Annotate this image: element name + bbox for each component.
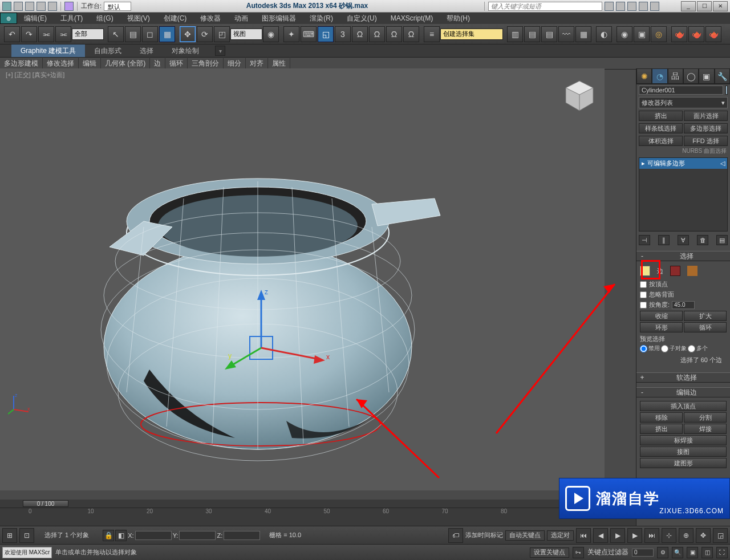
menu-create[interactable]: 创建(C) [157,14,194,23]
menu-grapheditors[interactable]: 图形编辑器 [255,14,303,23]
help-icon[interactable] [650,2,659,11]
ref-coord-select[interactable] [230,29,262,40]
play-prev-button[interactable]: ◀ [593,528,608,543]
time-tag-button[interactable]: 🏷 [448,528,463,543]
remove-mod-button[interactable]: 🗑 [697,235,708,245]
angle-snap-button[interactable]: 3 [335,26,351,42]
maximize-button[interactable]: ☐ [697,1,712,11]
menu-customize[interactable]: 自定义(U) [340,14,384,23]
undo-button[interactable]: ↶ [4,26,20,42]
key-button[interactable]: 🗝 [573,547,584,558]
qat-redo-icon[interactable] [48,2,57,11]
spinner-snap-button[interactable]: Ω [369,26,385,42]
viewport[interactable]: [+] [正交] [真实+边面] [0,68,605,490]
utilities-tab[interactable]: 🔧 [715,68,730,84]
help-search-input[interactable] [488,2,602,11]
setkey-button[interactable]: 设置关键点 [530,547,569,558]
named-sel-input[interactable] [440,29,503,40]
play-next-button[interactable]: ▶ [627,528,642,543]
weld-button[interactable]: 焊接 [684,424,727,434]
minimize-button[interactable]: _ [681,1,696,11]
display-tab[interactable]: ▣ [699,68,714,84]
layer-button[interactable]: ▤ [541,26,557,42]
remove-button[interactable]: 移除 [640,412,683,423]
nav-field-button[interactable]: ◫ [701,547,713,558]
by-vertex-checkbox[interactable] [640,281,647,288]
unique-button[interactable]: ∀ [678,235,689,245]
named-sel-button[interactable]: ≡ [424,26,440,42]
viewport-canvas[interactable]: z x y z x [1,79,603,489]
menu-edit[interactable]: 编辑(E) [17,14,54,23]
menu-animation[interactable]: 动画 [228,14,255,23]
ribbon-minimize-button[interactable]: ▾ [215,46,225,56]
stack-item-editable-poly[interactable]: ▸ 可编辑多边形 ◁ [639,158,727,169]
keyboard-shortcut-button[interactable]: ⌨ [301,26,317,42]
time-slider-thumb[interactable]: 0 / 100 [23,500,68,507]
preset-ffdsel[interactable]: FFD 选择 [684,136,728,146]
x-input[interactable] [135,531,172,540]
angle-value-input[interactable] [672,301,695,309]
teapot2-icon[interactable]: 🫖 [688,26,704,42]
favorites-icon[interactable] [639,2,648,11]
ribbon-panel-edges[interactable]: 边 [150,57,165,70]
snap-options-button[interactable]: Ω [386,26,402,42]
expand-icon[interactable]: ▸ [642,160,645,167]
infocenter-icon[interactable] [605,2,614,11]
qat-new-icon[interactable] [2,2,11,11]
select-region-button[interactable]: ◻ [142,26,158,42]
play-end-button[interactable]: ⏭ [644,528,659,543]
app-menu-button[interactable]: ⊚ [0,13,17,24]
scale-button[interactable]: ◰ [214,26,230,42]
modify-tab[interactable]: ◔ [652,68,667,84]
selfilter-button[interactable]: 选定对 [547,530,574,541]
material-editor-button[interactable]: ◐ [596,26,612,42]
current-frame-input[interactable] [632,549,654,557]
viewcube[interactable] [562,79,597,113]
menu-tools[interactable]: 工具(T) [54,14,90,23]
loop-button[interactable]: 循环 [684,322,727,332]
preview-disable-radio[interactable] [640,345,647,352]
ribbon-panel-tri[interactable]: 三角剖分 [188,57,224,70]
ribbon-tab-selection[interactable]: 选择 [131,44,163,57]
menu-rendering[interactable]: 渲染(R) [303,14,340,23]
link-button[interactable]: ⫘ [38,26,54,42]
play-start-button[interactable]: ⏮ [576,528,591,543]
ribbon-tab-freeform[interactable]: 自由形式 [85,44,131,57]
nav-zoomall-button[interactable]: ▣ [687,547,698,558]
status-icon-2[interactable]: ⊡ [19,528,34,543]
preset-polysel[interactable]: 多边形选择 [684,123,728,133]
motion-tab[interactable]: ◯ [683,68,699,84]
ribbon-panel-polymodel[interactable]: 多边形建模 [0,57,43,70]
move-button[interactable]: ✥ [180,26,196,42]
ribbon-tab-objectpaint[interactable]: 对象绘制 [163,44,208,57]
by-angle-checkbox[interactable] [640,302,647,309]
menu-maxscript[interactable]: MAXScript(M) [384,14,440,22]
ignore-backface-checkbox[interactable] [640,291,647,298]
qat-undo-icon[interactable] [36,2,46,11]
z-input[interactable] [224,531,260,540]
viewport-nav-3[interactable]: ✥ [696,528,711,543]
insert-vertex-button[interactable]: 插入顶点 [640,401,727,411]
grow-button[interactable]: 扩大 [684,311,727,321]
select-name-button[interactable]: ▤ [125,26,141,42]
close-button[interactable]: ✕ [713,1,728,11]
window-cross-toggle[interactable]: ▦ [159,26,175,42]
rollup-head-softsel[interactable]: +软选择 [636,372,730,383]
ribbon-panel-align[interactable]: 对齐 [246,57,268,70]
ring-button[interactable]: 环形 [640,322,683,332]
timeconfig-label[interactable]: 添加时间标记 [465,531,503,539]
select-object-button[interactable]: ↖ [108,26,124,42]
selection-filter[interactable] [72,29,104,40]
snap-use-axis-button[interactable]: Ω [403,26,419,42]
time-slider[interactable]: 0 / 100 [0,500,636,508]
qat-project-icon[interactable] [64,2,74,11]
qat-open-icon[interactable] [14,2,23,11]
object-color-swatch[interactable] [725,86,728,95]
keyfilter-label[interactable]: 关键点过滤器 [587,547,628,557]
show-end-button[interactable]: ∥ [658,235,670,245]
ribbon-panel-subdiv[interactable]: 细分 [224,57,246,70]
align-button[interactable]: ▤ [524,26,540,42]
exchange-icon[interactable] [627,2,636,11]
chamfer-button[interactable]: 建图形 [640,458,727,468]
lock-selection-button[interactable]: 🔒 [103,530,114,541]
